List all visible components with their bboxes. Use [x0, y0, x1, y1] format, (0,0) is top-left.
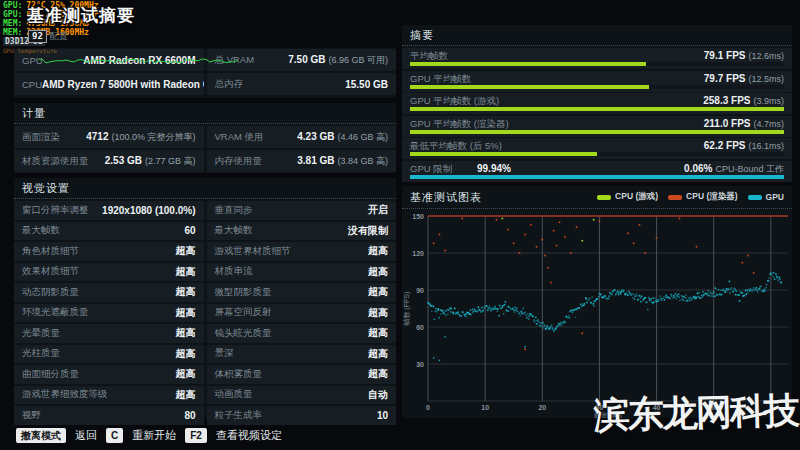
summary-bar-fill: [410, 85, 649, 89]
info-cell: 材质串流超高: [207, 263, 397, 282]
summary-bar-fill: [410, 152, 597, 156]
summary-value: 79.7 FPS(12.5ms): [704, 73, 784, 84]
cell-value: 4712(100.0% 完整分辨率): [86, 131, 195, 144]
cell-label: 视野: [22, 409, 41, 422]
svg-text:90: 90: [416, 287, 424, 294]
legend-swatch: [748, 195, 762, 200]
cell-extra-value: (4.46 GB 高): [337, 132, 388, 142]
chart-title: 基准测试图表: [410, 190, 482, 205]
cell-label: 动画质量: [215, 388, 253, 401]
settings-row: 效果材质细节超高材质串流超高: [14, 263, 396, 282]
key-hint-查看视频设定[interactable]: F2: [185, 428, 207, 443]
summary-bar-track: [410, 130, 784, 134]
info-cell: 镜头眩光质量超高: [207, 324, 397, 343]
cell-value: 15.50 GB: [345, 79, 388, 90]
cell-label: 体积雾质量: [215, 368, 263, 381]
summary-row: 平均帧数79.1 FPS(12.6ms): [402, 48, 792, 69]
cell-label: 材质资源使用量: [22, 155, 89, 168]
summary-extra: (3.9ms): [753, 96, 784, 106]
cell-label: VRAM 使用: [215, 131, 264, 144]
summary-bar-fill: [410, 130, 784, 134]
cell-value: 超高: [368, 306, 388, 320]
cell-value: 超高: [368, 244, 388, 258]
info-cell: 游戏世界材质细节超高: [207, 242, 397, 261]
info-cell: 最大帧数没有限制: [207, 222, 397, 241]
svg-text:10: 10: [481, 404, 489, 411]
cell-value: 超高: [176, 326, 196, 340]
svg-text:30: 30: [416, 361, 424, 368]
info-cell: 角色材质细节超高: [14, 242, 204, 261]
info-cell: 粒子生成率10: [207, 406, 397, 425]
cell-label: 镜头眩光质量: [215, 327, 272, 340]
cell-extra-value: (6.96 GB 可用): [328, 55, 388, 65]
svg-text:20: 20: [538, 404, 546, 411]
info-cell: 游戏世界细致度等级超高: [14, 386, 204, 405]
cell-value: 超高: [368, 265, 388, 279]
benchmark-chart: 30609012015001020304050帧数 (FPS)时间 (秒): [402, 209, 792, 418]
svg-text:120: 120: [412, 250, 424, 257]
cell-label: 角色材质细节: [22, 245, 79, 258]
summary-extra: CPU-Bound 工作: [715, 164, 784, 174]
summary-bar-fill: [410, 62, 646, 66]
cell-value: 超高: [176, 285, 196, 299]
cell-value: 超高: [176, 244, 196, 258]
cell-value: 4.23 GB(4.46 GB 高): [297, 131, 388, 144]
summary-row: GPU 平均帧数 (渲染器)211.0 FPS(4.7ms): [402, 116, 792, 137]
fps-counter-box: 92: [28, 30, 47, 43]
key-hint-重新开始[interactable]: C: [106, 428, 123, 443]
cell-label: CPU: [22, 79, 42, 90]
cell-label: 游戏世界材质细节: [215, 245, 291, 258]
summary-bar-track: [410, 62, 784, 66]
key-hint-返回[interactable]: 撤离模式: [16, 428, 66, 443]
osd-label-text: MEM:: [3, 28, 22, 37]
info-cell: VRAM 使用4.23 GB(4.46 GB 高): [207, 126, 397, 148]
cell-value: 超高: [176, 347, 196, 361]
summary-bar-track: [410, 85, 784, 89]
info-cell: 环境光遮蔽质量超高: [14, 304, 204, 323]
cell-label: 屏幕空间反射: [215, 306, 272, 319]
settings-row: 游戏世界细致度等级超高动画质量自动: [14, 386, 396, 405]
summary-inline-value: 99.94%: [477, 163, 511, 174]
cell-value: 超高: [176, 306, 196, 320]
legend-swatch: [668, 195, 682, 200]
cell-extra-value: (2.77 GB 高): [145, 156, 196, 166]
info-cell: 光柱质量超高: [14, 345, 204, 364]
settings-row: 最大帧数60最大帧数没有限制: [14, 222, 396, 241]
cell-value: 7.50 GB(6.96 GB 可用): [288, 54, 388, 67]
key-action-label: 查看视频设定: [216, 428, 282, 443]
cell-value: 超高: [368, 347, 388, 361]
cell-label: 垂直同步: [215, 204, 253, 217]
cell-value: 超高: [176, 265, 196, 279]
summary-row: GPU 限制99.94%0.06%CPU-Bound 工作: [402, 161, 792, 182]
info-cell: 垂直同步开启: [207, 201, 397, 220]
cell-extra-value: (3.84 GB 高): [337, 156, 388, 166]
footer-key-hints: 撤离模式返回C重新开始F2查看视频设定: [16, 428, 282, 443]
settings-row: 光柱质量超高景深超高: [14, 345, 396, 364]
cell-value: 2.53 GB(2.77 GB 高): [105, 155, 196, 168]
summary-row: GPU 平均帧数79.7 FPS(12.5ms): [402, 71, 792, 92]
legend-swatch: [597, 195, 611, 200]
metrics-panel: 计量 画面渲染4712(100.0% 完整分辨率)VRAM 使用4.23 GB(…: [14, 103, 396, 173]
summary-value: 211.0 FPS(4.7ms): [704, 118, 784, 129]
info-cell: 屏幕空间反射超高: [207, 304, 397, 323]
cell-value: 超高: [176, 367, 196, 381]
info-cell: 内存使用量3.81 GB(3.84 GB 高): [207, 150, 397, 172]
legend-item: GPU: [748, 192, 784, 202]
table-row: 材质资源使用量2.53 GB(2.77 GB 高)内存使用量3.81 GB(3.…: [14, 150, 396, 172]
cell-value: 超高: [176, 388, 196, 402]
cell-label: 光柱质量: [22, 347, 60, 360]
cell-value: AMD Ryzen 7 5800H with Radeon Graphics: [42, 79, 203, 90]
settings-row: 曲面细分质量超高体积雾质量超高: [14, 365, 396, 384]
svg-text:150: 150: [412, 213, 424, 220]
info-cell: 最大帧数60: [14, 222, 204, 241]
chart-legend: CPU (游戏)CPU (渲染器)GPU: [597, 191, 784, 203]
info-cell: 微型阴影质量超高: [207, 283, 397, 302]
gpu-temperature-sparkline: [38, 53, 238, 69]
metrics-title: 计量: [22, 106, 46, 121]
cell-label: 总内存: [215, 78, 244, 91]
info-cell: 曲面细分质量超高: [14, 365, 204, 384]
settings-row: 动态阴影质量超高微型阴影质量超高: [14, 283, 396, 302]
cell-extra-value: (100.0% 完整分辨率): [111, 132, 195, 142]
info-cell: 窗口分辨率调整1920x1080 (100.0%): [14, 201, 204, 220]
summary-bar-track: [410, 152, 784, 156]
